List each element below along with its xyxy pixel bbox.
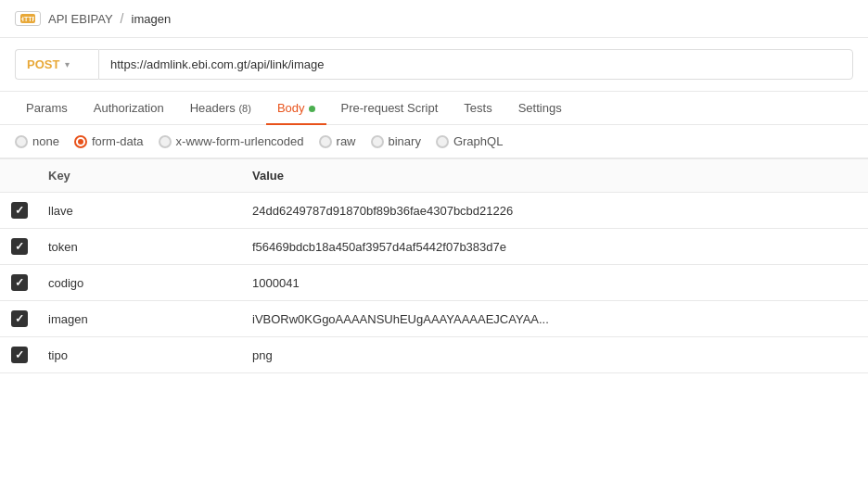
table-row: ✓ llave 24dd6249787d91870bf89b36fae4307b… <box>0 193 868 229</box>
row-key: llave <box>33 193 237 229</box>
tab-settings[interactable]: Settings <box>507 92 573 124</box>
body-type-form-data[interactable]: form-data <box>74 134 144 148</box>
row-key: codigo <box>33 265 237 301</box>
http-icon-badge: HTTP <box>15 11 41 26</box>
row-value: iVBORw0KGgoAAAANSUhEUgAAAYAAAAEJCAYAA... <box>237 301 868 337</box>
row-checkbox[interactable]: ✓ <box>0 265 33 301</box>
table-row: ✓ codigo 1000041 <box>0 265 868 301</box>
row-value: f56469bdcb18a450af3957d4af5442f07b383d7e <box>237 229 868 265</box>
radio-none <box>15 135 28 148</box>
url-input[interactable] <box>98 49 853 80</box>
row-value: 1000041 <box>237 265 868 301</box>
checkbox-checked-icon: ✓ <box>11 310 28 327</box>
tab-params[interactable]: Params <box>15 92 79 124</box>
headers-badge: (8) <box>238 103 250 114</box>
svg-text:HTTP: HTTP <box>21 16 34 22</box>
table-row: ✓ tipo png <box>0 337 868 373</box>
body-type-binary[interactable]: binary <box>371 134 421 148</box>
url-bar: POST ▾ <box>0 38 868 92</box>
row-key: token <box>33 229 237 265</box>
row-key: tipo <box>33 337 237 373</box>
table-row: ✓ imagen iVBORw0KGgoAAAANSUhEUgAAAYAAAAE… <box>0 301 868 337</box>
tab-tests[interactable]: Tests <box>453 92 503 124</box>
row-value: 24dd6249787d91870bf89b36fae4307bcbd21226 <box>237 193 868 229</box>
tab-authorization[interactable]: Authorization <box>83 92 175 124</box>
row-checkbox[interactable]: ✓ <box>0 229 33 265</box>
radio-graphql <box>436 135 449 148</box>
tabs-bar: Params Authorization Headers (8) Body Pr… <box>0 92 868 125</box>
row-value: png <box>237 337 868 373</box>
radio-form-data <box>74 135 87 148</box>
radio-binary <box>371 135 384 148</box>
breadcrumb-separator: / <box>121 11 124 26</box>
col-value-header: Value <box>237 159 868 193</box>
body-type-bar: none form-data x-www-form-urlencoded raw… <box>0 125 868 158</box>
body-type-none[interactable]: none <box>15 134 59 148</box>
body-active-dot <box>309 106 315 112</box>
checkbox-checked-icon: ✓ <box>11 274 28 291</box>
col-key-header: Key <box>33 159 237 193</box>
breadcrumb: HTTP API EBIPAY / imagen <box>0 0 868 38</box>
body-type-graphql[interactable]: GraphQL <box>436 134 503 148</box>
row-key: imagen <box>33 301 237 337</box>
radio-raw <box>319 135 332 148</box>
row-checkbox[interactable]: ✓ <box>0 301 33 337</box>
params-table: Key Value ✓ llave 24dd6249787d91870bf89b… <box>0 158 868 388</box>
col-checkbox <box>0 159 33 193</box>
checkbox-checked-icon: ✓ <box>11 202 28 219</box>
tab-prerequest[interactable]: Pre-request Script <box>330 92 450 124</box>
checkbox-checked-icon: ✓ <box>11 238 28 255</box>
body-type-urlencoded[interactable]: x-www-form-urlencoded <box>159 134 304 148</box>
chevron-down-icon: ▾ <box>65 59 70 69</box>
breadcrumb-current: imagen <box>132 12 172 26</box>
radio-urlencoded <box>159 135 172 148</box>
method-selector[interactable]: POST ▾ <box>15 49 98 80</box>
table-row: ✓ token f56469bdcb18a450af3957d4af5442f0… <box>0 229 868 265</box>
checkbox-checked-icon: ✓ <box>11 347 28 363</box>
tab-headers[interactable]: Headers (8) <box>179 92 262 124</box>
method-label: POST <box>27 57 59 71</box>
http-icon: HTTP <box>20 14 35 23</box>
body-type-raw[interactable]: raw <box>319 134 356 148</box>
tab-body[interactable]: Body <box>266 92 326 124</box>
row-checkbox[interactable]: ✓ <box>0 193 33 229</box>
breadcrumb-root: API EBIPAY <box>48 12 113 26</box>
row-checkbox[interactable]: ✓ <box>0 337 33 373</box>
